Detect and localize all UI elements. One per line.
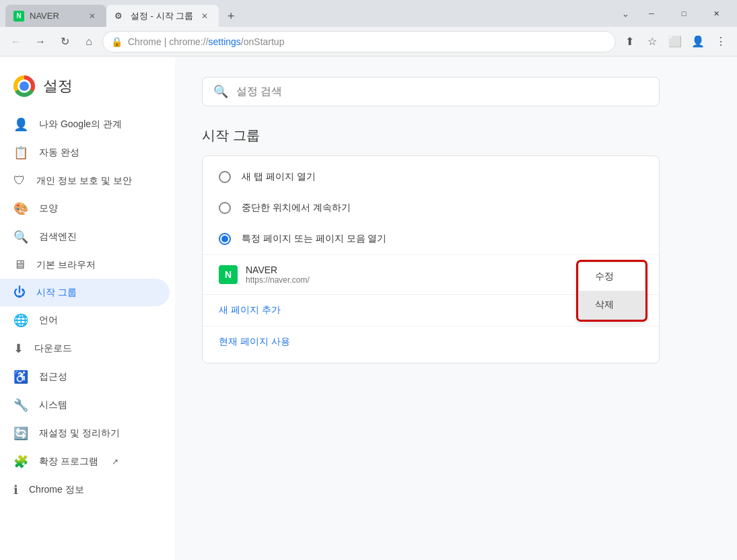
- profile-button[interactable]: 👤: [687, 31, 709, 53]
- sidebar: 설정 👤 나와 Google의 관계 📋 자동 완성 🛡 개인 정보 보호 및 …: [0, 57, 175, 560]
- toolbar-right: ⬆ ☆ ⬜ 👤 ⋮: [619, 31, 732, 53]
- radio-circle-specific: [219, 233, 231, 245]
- dropdown-delete[interactable]: 삭제: [579, 291, 645, 319]
- toolbar: ← → ↻ ⌂ 🔒 Chrome | chrome://settings/onS…: [0, 27, 737, 57]
- naver-tab-label: NAVER: [30, 11, 59, 21]
- naver-entry: N NAVER https://naver.com/ 수정 삭제: [203, 254, 659, 294]
- radio-circle-continue: [219, 202, 231, 214]
- sidebar-label-search: 검색엔진: [39, 231, 77, 243]
- home-button[interactable]: ⌂: [78, 31, 100, 53]
- sidebar-item-reset[interactable]: 🔄 재설정 및 정리하기: [0, 419, 170, 448]
- close-button[interactable]: ✕: [701, 4, 732, 23]
- sidebar-item-download[interactable]: ⬇ 다운로드: [0, 335, 170, 363]
- sidebar-item-autofill[interactable]: 📋 자동 완성: [0, 139, 170, 167]
- sidebar-header: 설정: [0, 70, 175, 110]
- new-tab-button[interactable]: +: [221, 7, 240, 26]
- radio-circle-new-tab: [219, 171, 231, 183]
- info-icon: ℹ: [13, 483, 18, 497]
- radio-label-specific: 특정 페이지 또는 페이지 모음 열기: [242, 233, 386, 245]
- search-engine-icon: 🔍: [13, 230, 28, 244]
- sidebar-item-extensions[interactable]: 🧩 확장 프로그램 ↗: [0, 448, 170, 476]
- search-input[interactable]: [236, 85, 648, 98]
- naver-favicon: N: [13, 11, 24, 22]
- tab-view-button[interactable]: ⬜: [664, 31, 686, 53]
- dropdown-edit[interactable]: 수정: [579, 262, 645, 291]
- radio-new-tab[interactable]: 새 탭 페이지 열기: [203, 162, 659, 193]
- settings-favicon: ⚙: [114, 11, 125, 22]
- sidebar-item-system[interactable]: 🔧 시스템: [0, 391, 170, 419]
- browser-window: N NAVER ✕ ⚙ 설정 - 시작 그룹 ✕ + ⌄ ─ □ ✕ ← → ↻…: [0, 0, 737, 560]
- settings-tab-close[interactable]: ✕: [199, 10, 211, 22]
- sidebar-item-about[interactable]: ℹ Chrome 정보: [0, 476, 170, 504]
- palette-icon: 🎨: [13, 201, 28, 216]
- dropdown-menu: 수정 삭제: [578, 262, 645, 320]
- main-content: 🔍 시작 그룹 새 탭 페이지 열기 중단한 위치에서 계속하기: [175, 57, 737, 560]
- sidebar-label-browser: 기본 브라우저: [36, 259, 96, 271]
- settings-tab-label: 설정 - 시작 그룹: [131, 10, 193, 22]
- bookmark-button[interactable]: ☆: [641, 31, 663, 53]
- accessibility-icon: ♿: [13, 370, 28, 384]
- maximize-button[interactable]: □: [668, 4, 699, 23]
- sidebar-label-privacy: 개인 정보 보호 및 보안: [36, 175, 132, 187]
- sidebar-item-startup[interactable]: ⏻ 시작 그룹: [0, 279, 170, 306]
- radio-label-new-tab: 새 탭 페이지 열기: [242, 171, 316, 183]
- settings-tab[interactable]: ⚙ 설정 - 시작 그룹 ✕: [106, 5, 219, 27]
- shield-icon: 🛡: [13, 174, 26, 188]
- naver-tab-close[interactable]: ✕: [86, 10, 98, 22]
- sidebar-item-privacy[interactable]: 🛡 개인 정보 보호 및 보안: [0, 167, 170, 195]
- sidebar-label-startup: 시작 그룹: [36, 287, 77, 299]
- language-icon: 🌐: [13, 313, 28, 328]
- radio-specific[interactable]: 특정 페이지 또는 페이지 모음 열기: [203, 223, 659, 254]
- naver-tab[interactable]: N NAVER ✕: [5, 5, 106, 27]
- minimize-button[interactable]: ─: [636, 4, 667, 23]
- settings-search-bar[interactable]: 🔍: [202, 77, 660, 106]
- sidebar-item-language[interactable]: 🌐 언어: [0, 306, 170, 335]
- sidebar-item-google[interactable]: 👤 나와 Google의 관계: [0, 110, 170, 139]
- sidebar-item-search[interactable]: 🔍 검색엔진: [0, 223, 170, 251]
- address-text: Chrome | chrome://settings/onStartup: [128, 36, 607, 47]
- naver-icon: N: [219, 265, 238, 284]
- sidebar-label-about: Chrome 정보: [29, 484, 84, 496]
- person-icon: 👤: [13, 117, 28, 132]
- settings-card: 새 탭 페이지 열기 중단한 위치에서 계속하기 특정 페이지 또는 페이지 모…: [202, 155, 660, 363]
- page-content: 설정 👤 나와 Google의 관계 📋 자동 완성 🛡 개인 정보 보호 및 …: [0, 57, 737, 560]
- use-current-link[interactable]: 현재 페이지 사용: [203, 326, 659, 357]
- sidebar-label-appearance: 모양: [39, 203, 58, 215]
- lock-icon: 🔒: [111, 36, 122, 47]
- sidebar-label-system: 시스템: [39, 399, 67, 411]
- address-path: settings: [209, 36, 241, 47]
- sidebar-label-download: 다운로드: [34, 343, 72, 355]
- sidebar-label-autofill: 자동 완성: [39, 147, 79, 159]
- address-suffix: /onStartup: [241, 36, 285, 47]
- sidebar-label-accessibility: 접근성: [39, 371, 67, 383]
- address-prefix: Chrome: [128, 36, 162, 47]
- search-icon: 🔍: [213, 84, 228, 99]
- section-title: 시작 그룹: [202, 127, 710, 145]
- sidebar-label-language: 언어: [39, 314, 58, 326]
- address-scheme: chrome://: [169, 36, 208, 47]
- sidebar-item-browser[interactable]: 🖥 기본 브라우저: [0, 251, 170, 279]
- extensions-icon: 🧩: [13, 454, 28, 469]
- title-bar: N NAVER ✕ ⚙ 설정 - 시작 그룹 ✕ + ⌄ ─ □ ✕: [0, 0, 737, 27]
- external-link-icon: ↗: [112, 457, 118, 466]
- radio-label-continue: 중단한 위치에서 계속하기: [242, 202, 351, 214]
- forward-button[interactable]: →: [30, 31, 51, 53]
- download-icon: ⬇: [13, 341, 24, 356]
- address-bar[interactable]: 🔒 Chrome | chrome://settings/onStartup: [102, 31, 616, 53]
- share-button[interactable]: ⬆: [619, 31, 640, 53]
- radio-continue[interactable]: 중단한 위치에서 계속하기: [203, 193, 659, 223]
- default-browser-icon: 🖥: [13, 258, 26, 272]
- chevron-down-icon[interactable]: ⌄: [616, 4, 635, 23]
- system-icon: 🔧: [13, 398, 28, 413]
- sidebar-item-appearance[interactable]: 🎨 모양: [0, 195, 170, 223]
- sidebar-label-google: 나와 Google의 관계: [39, 118, 122, 131]
- back-button[interactable]: ←: [5, 31, 27, 53]
- chrome-logo: [13, 75, 35, 97]
- sidebar-item-accessibility[interactable]: ♿ 접근성: [0, 363, 170, 391]
- startup-icon: ⏻: [13, 285, 26, 300]
- autofill-icon: 📋: [13, 145, 28, 160]
- refresh-button[interactable]: ↻: [54, 31, 75, 53]
- menu-button[interactable]: ⋮: [710, 31, 732, 53]
- window-controls: ⌄ ─ □ ✕: [616, 4, 732, 23]
- sidebar-label-reset: 재설정 및 정리하기: [39, 427, 120, 440]
